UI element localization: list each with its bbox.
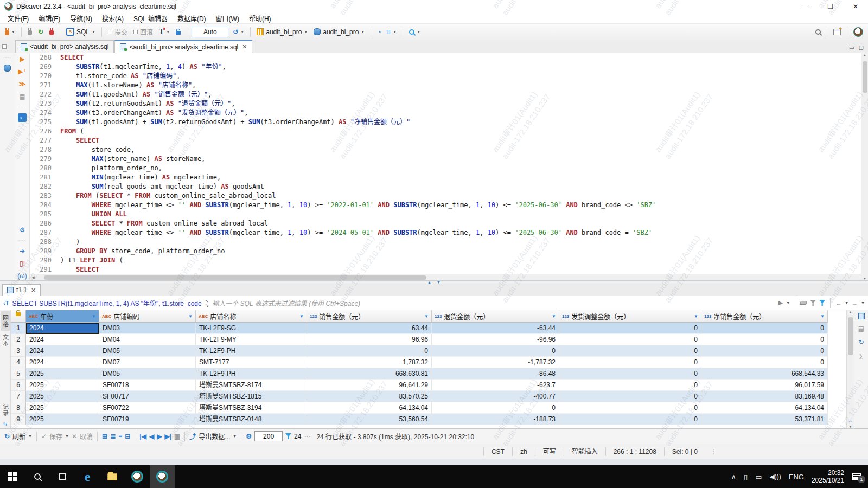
tab-text-view[interactable]: 文本 xyxy=(1,331,10,350)
row-number[interactable]: 8 xyxy=(11,402,26,414)
scroll-down-icon[interactable]: ▼ xyxy=(847,425,854,428)
code-line[interactable]: 291 SELECT xyxy=(30,265,861,274)
transaction-log-button[interactable]: ↺▼ xyxy=(231,27,246,37)
code-line[interactable]: 271 MAX(t1.storeName) AS "店铺名称", xyxy=(30,81,861,90)
cancel-button[interactable]: 取消 xyxy=(80,432,93,441)
language-indicator[interactable]: ENG xyxy=(789,473,804,481)
forward-arrow-icon[interactable]: → xyxy=(852,300,858,306)
previous-row-icon[interactable]: ◀ xyxy=(149,433,154,440)
grid-cell[interactable]: 668,544.33 xyxy=(701,368,828,380)
row-number[interactable]: 2 xyxy=(11,334,26,345)
edit-value-icon[interactable]: ≡ xyxy=(118,433,122,440)
disconnect-button[interactable] xyxy=(26,28,34,36)
value-viewer-panel-icon[interactable] xyxy=(858,313,865,319)
metadata-panel-icon[interactable]: ▤ xyxy=(857,324,866,333)
grid-cell[interactable]: 0 xyxy=(701,323,828,334)
network-icon[interactable]: ▭ xyxy=(755,473,762,481)
taskbar-clock[interactable]: 20:32 2025/10/21 xyxy=(812,469,844,484)
grid-cell[interactable]: 2024 xyxy=(26,323,99,334)
filter-history-chevron-icon[interactable]: ▼ xyxy=(786,301,790,305)
code-line[interactable]: 268SELECT xyxy=(30,53,861,62)
taskbar-search-button[interactable] xyxy=(25,465,50,488)
apply-filter-icon[interactable]: ▶ xyxy=(778,299,783,306)
tab-analysis-sql[interactable]: <audit_bi_pro> analysis.sql xyxy=(15,40,114,53)
dbeaver-taskbar-button-1[interactable] xyxy=(125,465,150,488)
grid-cell[interactable]: DM03 xyxy=(99,323,196,334)
hidden-icons-chevron[interactable]: ∧ xyxy=(731,473,737,481)
code-line[interactable]: 285 UNION ALL xyxy=(30,210,861,219)
grid-cell[interactable]: SF00718 xyxy=(99,380,196,391)
clear-filter-icon[interactable] xyxy=(800,301,808,305)
grid-cell[interactable]: 塔斯曼SMTSBZ-3194 xyxy=(196,402,307,414)
column-menu-chevron-icon[interactable]: ▼ xyxy=(188,314,193,319)
grid-cell[interactable]: -400.77 xyxy=(432,391,559,402)
schema-selector[interactable]: audit_bi_pro▼ xyxy=(312,27,366,37)
record-toggle-icon[interactable]: ⇆ xyxy=(1,420,10,428)
code-line[interactable]: 286 SELECT * FROM custom_online_sale_abr… xyxy=(30,219,861,228)
topology-button[interactable]: ⌗▼ xyxy=(386,27,399,37)
scrollbar-thumb[interactable] xyxy=(848,317,853,355)
close-results-tab-icon[interactable]: ✕ xyxy=(31,287,36,294)
lock-connection-button[interactable] xyxy=(174,28,182,36)
grid-cell[interactable]: 2025 xyxy=(26,391,99,402)
code-line[interactable]: 288 ) xyxy=(30,237,861,247)
grid-cell[interactable]: 0 xyxy=(307,345,432,357)
row-number[interactable]: 7 xyxy=(11,391,26,402)
editor-vertical-scrollbar[interactable]: ▲ ▼ xyxy=(861,53,868,280)
grid-cell[interactable]: 53,371.81 xyxy=(701,414,828,425)
column-header[interactable]: ABC店铺编码▼ xyxy=(99,310,196,323)
duplicate-row-icon[interactable]: ≣ xyxy=(110,433,116,440)
code-line[interactable]: 269 SUBSTR(t1.mgclearTime, 1, 4) AS "年份"… xyxy=(30,62,861,72)
chevron-down-icon[interactable]: ▼ xyxy=(845,301,848,305)
dashboard-button[interactable]: ◔ xyxy=(375,27,382,37)
start-button[interactable] xyxy=(0,465,25,488)
db-search-button[interactable]: ▼ xyxy=(407,28,422,36)
scroll-left-icon[interactable]: ◀ xyxy=(30,275,36,280)
custom-filter-icon[interactable] xyxy=(819,300,825,306)
code-line[interactable]: 272 SUM(t1.goodsAmt) AS "销售金额（元）", xyxy=(30,90,861,99)
menu-search[interactable]: 搜索(A) xyxy=(98,12,128,24)
usb-device-icon[interactable]: ▯ xyxy=(744,473,748,481)
grid-cell[interactable]: 96,641.29 xyxy=(307,380,432,391)
minimize-editor-icon[interactable]: ▭ xyxy=(849,44,854,50)
grid-cell[interactable]: -1,787.32 xyxy=(432,357,559,368)
grid-cell[interactable]: 1,787.32 xyxy=(307,357,432,368)
code-line[interactable]: 283 FROM (SELECT * FROM custom_online_sa… xyxy=(30,191,861,201)
grid-cell[interactable]: 668,630.81 xyxy=(307,368,432,380)
collapse-up-icon[interactable]: ▲ xyxy=(427,280,431,284)
grid-cell[interactable]: -188.73 xyxy=(432,414,559,425)
grid-cell[interactable]: TK-L2F9-PH xyxy=(196,368,307,380)
dbeaver-taskbar-button-2[interactable] xyxy=(150,465,175,488)
column-menu-chevron-icon[interactable]: ▼ xyxy=(299,314,304,319)
grid-cell[interactable]: 83,570.25 xyxy=(307,391,432,402)
menu-window[interactable]: 窗口(W) xyxy=(212,12,244,24)
editor-settings-gear-icon[interactable]: ⚙ xyxy=(18,226,27,234)
maximize-editor-icon[interactable]: ▢ xyxy=(859,44,864,50)
table-row[interactable]: 62025SF00718塔斯曼SMTSBZ-817496,641.29-623.… xyxy=(11,380,846,391)
column-menu-chevron-icon[interactable]: ▼ xyxy=(694,314,698,319)
scroll-up-icon[interactable]: ▲ xyxy=(861,53,868,57)
code-line[interactable]: 290) t1 LEFT JOIN ( xyxy=(30,256,861,265)
menu-edit[interactable]: 编辑(E) xyxy=(34,12,65,24)
rollback-button[interactable]: 回滚 xyxy=(132,26,155,37)
grid-cell[interactable]: 64,134.04 xyxy=(701,402,828,414)
execute-script-icon[interactable]: ≫ xyxy=(18,80,27,88)
new-connection-button[interactable]: ▼ xyxy=(3,28,17,36)
close-button[interactable]: ✕ xyxy=(843,0,868,13)
scroll-down-icon[interactable]: ▼ xyxy=(861,277,868,280)
grid-cell[interactable]: TK-L2F9-MY xyxy=(196,334,307,345)
table-row[interactable]: 42024DM07SMT-71771,787.32-1,787.3200 xyxy=(11,357,846,368)
fetch-size-input[interactable] xyxy=(254,431,283,441)
row-number[interactable]: 6 xyxy=(11,380,26,391)
column-menu-chevron-icon[interactable]: ▼ xyxy=(552,314,556,319)
fetch-next-page-icon[interactable]: ⌄ xyxy=(848,418,853,425)
notification-center-icon[interactable]: 1 xyxy=(852,473,861,480)
grid-cell[interactable]: 53,560.54 xyxy=(307,414,432,425)
code-lines[interactable]: 268SELECT269 SUBSTR(t1.mgclearTime, 1, 4… xyxy=(30,53,861,274)
sql-terminal-icon[interactable]: >_ xyxy=(18,113,27,122)
table-row[interactable]: 72025SF00717塔斯曼SMTSBZ-181583,570.25-400.… xyxy=(11,391,846,402)
database-selector[interactable]: audit_bi_pro▼ xyxy=(255,27,309,37)
table-row[interactable]: 92025SF00719塔斯曼SMTSBZ-014853,560.54-188.… xyxy=(11,414,846,425)
grid-cell[interactable]: TK-L2F9-SG xyxy=(196,323,307,334)
row-number[interactable]: 3 xyxy=(11,345,26,357)
